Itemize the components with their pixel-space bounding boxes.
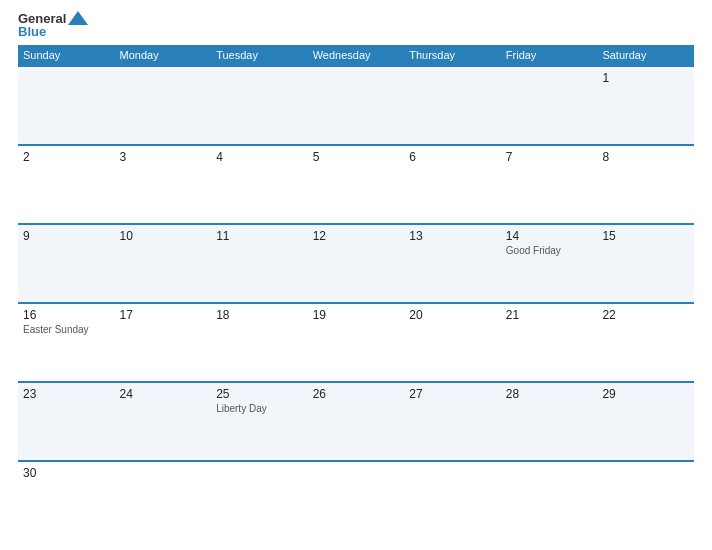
day-number: 14 — [506, 229, 593, 243]
day-number: 17 — [120, 308, 207, 322]
calendar-cell: 27 — [404, 382, 501, 461]
week-row-4: 16Easter Sunday171819202122 — [18, 303, 694, 382]
week-row-2: 2345678 — [18, 145, 694, 224]
logo-blue-text: Blue — [18, 24, 46, 39]
calendar-cell: 26 — [308, 382, 405, 461]
col-header-thursday: Thursday — [404, 45, 501, 66]
calendar-cell: 29 — [597, 382, 694, 461]
calendar-cell: 15 — [597, 224, 694, 303]
day-number: 3 — [120, 150, 207, 164]
calendar-cell: 21 — [501, 303, 598, 382]
day-number: 5 — [313, 150, 400, 164]
calendar-cell: 19 — [308, 303, 405, 382]
calendar-cell: 18 — [211, 303, 308, 382]
calendar-cell: 9 — [18, 224, 115, 303]
calendar-cell — [404, 66, 501, 145]
day-number: 18 — [216, 308, 303, 322]
calendar-cell: 30 — [18, 461, 115, 540]
calendar-cell: 28 — [501, 382, 598, 461]
day-number: 16 — [23, 308, 110, 322]
calendar-cell — [18, 66, 115, 145]
calendar-cell: 16Easter Sunday — [18, 303, 115, 382]
col-header-sunday: Sunday — [18, 45, 115, 66]
day-number: 21 — [506, 308, 593, 322]
day-number: 11 — [216, 229, 303, 243]
day-number: 6 — [409, 150, 496, 164]
day-number: 22 — [602, 308, 689, 322]
holiday-label: Liberty Day — [216, 403, 303, 414]
week-row-3: 91011121314Good Friday15 — [18, 224, 694, 303]
calendar-cell — [211, 461, 308, 540]
day-number: 10 — [120, 229, 207, 243]
col-header-friday: Friday — [501, 45, 598, 66]
calendar-cell: 11 — [211, 224, 308, 303]
calendar-cell: 25Liberty Day — [211, 382, 308, 461]
calendar-cell: 6 — [404, 145, 501, 224]
header: General Blue — [18, 10, 694, 39]
day-number: 12 — [313, 229, 400, 243]
calendar-cell: 5 — [308, 145, 405, 224]
col-header-monday: Monday — [115, 45, 212, 66]
holiday-label: Good Friday — [506, 245, 593, 256]
day-number: 20 — [409, 308, 496, 322]
calendar-header-row: SundayMondayTuesdayWednesdayThursdayFrid… — [18, 45, 694, 66]
week-row-6: 30 — [18, 461, 694, 540]
day-number: 15 — [602, 229, 689, 243]
calendar-cell — [597, 461, 694, 540]
day-number: 27 — [409, 387, 496, 401]
calendar-cell: 8 — [597, 145, 694, 224]
day-number: 8 — [602, 150, 689, 164]
calendar-cell: 17 — [115, 303, 212, 382]
day-number: 26 — [313, 387, 400, 401]
svg-marker-0 — [68, 11, 88, 25]
calendar-cell — [115, 461, 212, 540]
week-row-5: 232425Liberty Day26272829 — [18, 382, 694, 461]
day-number: 1 — [602, 71, 689, 85]
calendar-cell — [308, 461, 405, 540]
calendar-cell: 22 — [597, 303, 694, 382]
calendar-cell — [308, 66, 405, 145]
calendar-cell — [404, 461, 501, 540]
calendar-cell — [115, 66, 212, 145]
calendar-cell: 4 — [211, 145, 308, 224]
col-header-tuesday: Tuesday — [211, 45, 308, 66]
day-number: 25 — [216, 387, 303, 401]
logo: General Blue — [18, 10, 88, 39]
calendar-cell: 7 — [501, 145, 598, 224]
calendar-table: SundayMondayTuesdayWednesdayThursdayFrid… — [18, 45, 694, 540]
day-number: 24 — [120, 387, 207, 401]
day-number: 23 — [23, 387, 110, 401]
col-header-saturday: Saturday — [597, 45, 694, 66]
week-row-1: 1 — [18, 66, 694, 145]
day-number: 19 — [313, 308, 400, 322]
calendar-cell: 13 — [404, 224, 501, 303]
calendar-cell: 1 — [597, 66, 694, 145]
calendar-cell — [501, 461, 598, 540]
calendar-cell: 20 — [404, 303, 501, 382]
calendar-cell: 23 — [18, 382, 115, 461]
day-number: 2 — [23, 150, 110, 164]
day-number: 30 — [23, 466, 110, 480]
calendar-cell — [501, 66, 598, 145]
calendar-cell: 10 — [115, 224, 212, 303]
calendar-cell — [211, 66, 308, 145]
calendar-cell: 3 — [115, 145, 212, 224]
day-number: 4 — [216, 150, 303, 164]
calendar-cell: 14Good Friday — [501, 224, 598, 303]
calendar-cell: 12 — [308, 224, 405, 303]
day-number: 29 — [602, 387, 689, 401]
day-number: 7 — [506, 150, 593, 164]
day-number: 9 — [23, 229, 110, 243]
logo-icon — [68, 10, 88, 26]
day-number: 28 — [506, 387, 593, 401]
calendar-cell: 24 — [115, 382, 212, 461]
day-number: 13 — [409, 229, 496, 243]
calendar-cell: 2 — [18, 145, 115, 224]
holiday-label: Easter Sunday — [23, 324, 110, 335]
col-header-wednesday: Wednesday — [308, 45, 405, 66]
calendar-page: General Blue SundayMondayTuesdayWednesda… — [0, 0, 712, 550]
